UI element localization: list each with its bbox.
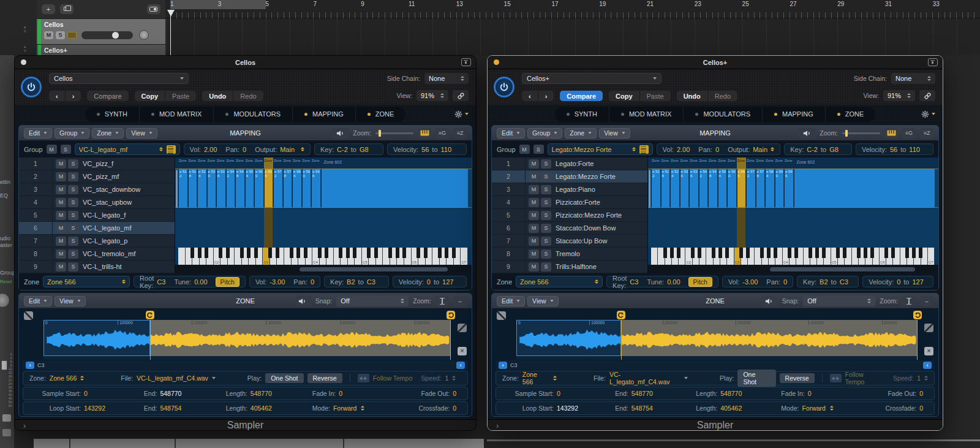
white-key-E1[interactable]: [651, 248, 658, 265]
track-lanes[interactable]: [165, 18, 980, 55]
window-titlebar[interactable]: Cellos: [15, 56, 476, 69]
stepper-icon[interactable]: [159, 147, 163, 152]
redo-button[interactable]: Redo: [707, 91, 737, 101]
redo-button[interactable]: Redo: [233, 91, 263, 101]
black-key[interactable]: [318, 248, 322, 258]
black-key[interactable]: [353, 248, 356, 258]
white-key-E1[interactable]: [178, 248, 186, 265]
keyboard-scroll-thumb[interactable]: [300, 267, 448, 271]
keyboard-view-icon[interactable]: [418, 128, 431, 139]
waveform-editor[interactable]: × 0100000200000300000400000500000: [496, 310, 935, 370]
stepper-icon[interactable]: [771, 147, 774, 152]
menu-edit[interactable]: Edit: [24, 296, 52, 306]
copy-button[interactable]: Copy: [609, 91, 639, 101]
black-key[interactable]: [254, 248, 258, 258]
prev-zone-button[interactable]: ›: [499, 362, 507, 369]
reverse-button[interactable]: Reverse: [780, 373, 815, 383]
keyboard-scroll-track[interactable]: [175, 265, 472, 273]
group-row-7[interactable]: 7MSVC-L_legato_p: [19, 235, 175, 248]
velocity-low[interactable]: 56: [421, 146, 429, 153]
zoom-slider[interactable]: [842, 132, 880, 134]
loop-length-value[interactable]: 405462: [251, 404, 272, 412]
timeline-ruler[interactable]: 13579111315171921232527293133: [165, 0, 980, 18]
zone-strip-zone-584[interactable]: Zonee 584: [765, 158, 775, 248]
paste-button[interactable]: Paste: [639, 91, 671, 101]
zone-select-value[interactable]: Zone 566: [50, 374, 77, 382]
vol-value[interactable]: -3.00: [270, 278, 285, 286]
mapping-keyboard[interactable]: C2C3C4C5C6C7: [651, 248, 935, 265]
zoom-slider[interactable]: [375, 132, 413, 134]
zone-strip-zone-578[interactable]: Zonee 578: [283, 158, 293, 248]
sample-start-value[interactable]: 0: [84, 390, 88, 397]
sample-length-value[interactable]: 548770: [251, 390, 272, 397]
black-key[interactable]: [912, 248, 916, 258]
zone-strip-zone-572[interactable]: Zonee 572: [273, 158, 283, 248]
black-key[interactable]: [677, 248, 680, 258]
audition-speaker-icon[interactable]: [332, 128, 349, 139]
group-row-3[interactable]: 3MSLegato:Piano: [492, 183, 647, 196]
zone-strip-zone-572[interactable]: Zonee 572: [746, 158, 756, 248]
black-key[interactable]: [424, 248, 428, 258]
menu-zone[interactable]: Zone: [565, 128, 597, 139]
row-mute-button[interactable]: M: [56, 224, 66, 233]
zone-strip-zone-512[interactable]: Zonee 512: [651, 158, 661, 248]
one-shot-button[interactable]: One Shot: [265, 373, 303, 383]
black-key[interactable]: [718, 248, 722, 258]
black-key[interactable]: [240, 248, 244, 258]
group-list-icon[interactable]: [639, 145, 649, 154]
group-row-5[interactable]: 5MSVC-L_legato_f: [19, 209, 175, 222]
link-icon[interactable]: [453, 90, 469, 101]
sample-end-value[interactable]: 548770: [160, 390, 181, 397]
one-shot-button[interactable]: One Shot: [737, 370, 775, 387]
black-key[interactable]: [205, 248, 208, 258]
pan-value[interactable]: 0: [311, 278, 314, 286]
track-header-cellos[interactable]: Cellos M S: [37, 18, 165, 44]
power-button[interactable]: [21, 77, 42, 97]
zone-view-icon[interactable]: ≡Z: [920, 128, 933, 139]
zoom-selection-icon[interactable]: [902, 296, 916, 306]
group-list-icon[interactable]: [167, 145, 176, 154]
duplicate-track-icon[interactable]: [60, 4, 74, 14]
pitch-toggle[interactable]: Pitch: [216, 277, 239, 287]
compare-button[interactable]: Compare: [560, 91, 603, 101]
zone-strip-zone-560[interactable]: Zonee 560: [727, 158, 737, 248]
black-key[interactable]: [304, 248, 307, 258]
vol-value[interactable]: -3.00: [742, 278, 758, 286]
row-solo-button[interactable]: S: [68, 198, 78, 207]
row-solo-button[interactable]: S: [541, 237, 551, 246]
zone-strip-zone-554[interactable]: Zonee 554: [245, 158, 255, 248]
row-mute-button[interactable]: M: [529, 172, 539, 181]
zone-strip-zone-512[interactable]: Zonee 512: [178, 158, 188, 248]
stepper-icon[interactable]: [595, 279, 598, 284]
tune-value[interactable]: 0.00: [194, 278, 207, 286]
key-high[interactable]: C3: [367, 278, 375, 286]
black-key[interactable]: [226, 248, 230, 258]
black-key[interactable]: [346, 248, 350, 258]
group-selector[interactable]: VC-L_legato_mf: [75, 143, 180, 155]
loop-end-marker[interactable]: [447, 311, 455, 319]
speed-value[interactable]: 1: [917, 374, 921, 382]
black-key[interactable]: [445, 248, 448, 258]
keyboard-scroll-thumb[interactable]: [770, 267, 915, 271]
waveform-display[interactable]: 0100000200000300000400000500000: [43, 320, 451, 360]
prev-preset-button[interactable]: ‹: [49, 91, 65, 101]
loop-mode-value[interactable]: Forward: [802, 404, 826, 412]
zone-strip-zone-566[interactable]: Zonee 566: [737, 158, 747, 248]
output-value[interactable]: Main: [753, 146, 767, 153]
root-key-value[interactable]: C3: [630, 278, 638, 286]
fader-cap[interactable]: [1, 360, 7, 370]
stepper-icon[interactable]: [401, 298, 404, 303]
row-solo-button[interactable]: S: [541, 185, 551, 194]
keyboard-view-icon[interactable]: [884, 128, 898, 139]
window-titlebar[interactable]: Cellos+: [488, 56, 943, 69]
mapping-canvas[interactable]: Zone 602 Zonee 512Zonee 518Zonee 524Zone…: [648, 158, 938, 273]
zone-selector[interactable]: Zone 566: [43, 276, 130, 287]
loop-end-marker[interactable]: [913, 311, 922, 319]
waveform-display[interactable]: 0100000200000300000400000500000: [516, 320, 918, 360]
sample-length-value[interactable]: 548770: [720, 390, 742, 397]
stepper-icon[interactable]: [80, 376, 84, 381]
row-solo-button[interactable]: S: [68, 249, 78, 259]
row-mute-button[interactable]: M: [56, 159, 66, 169]
tune-value[interactable]: 0.00: [667, 278, 680, 286]
zone-strip-zone-566[interactable]: Zonee 566: [264, 158, 274, 248]
